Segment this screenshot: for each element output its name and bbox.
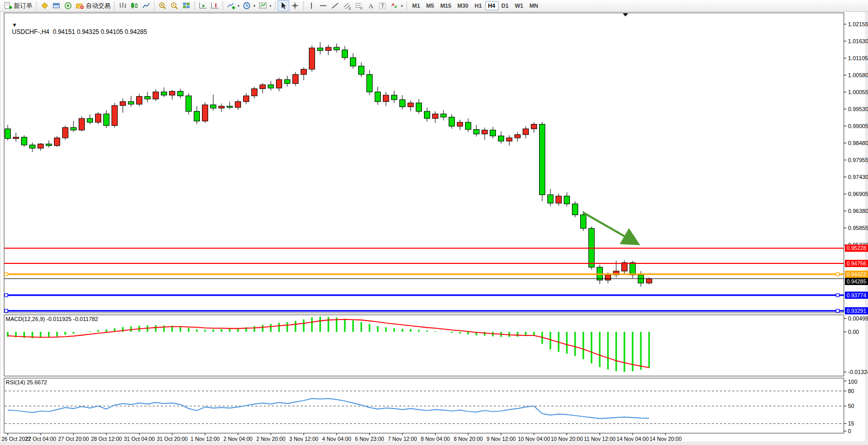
periods-button[interactable]: ▾ xyxy=(241,0,257,11)
chart-shift-icon xyxy=(210,2,219,10)
fibonacci-icon: F xyxy=(355,2,363,10)
svg-text:80: 80 xyxy=(848,388,854,394)
hline-handle[interactable] xyxy=(836,273,839,276)
text-label-icon: T xyxy=(378,2,387,10)
trendline-button[interactable] xyxy=(329,0,341,11)
toolbar-separator xyxy=(275,1,275,10)
hline-handle[interactable] xyxy=(5,294,8,297)
timeframe-h4-button[interactable]: H4 xyxy=(485,1,498,10)
svg-text:0.94423: 0.94423 xyxy=(847,271,866,277)
svg-text:0.94756: 0.94756 xyxy=(847,260,866,266)
strategy-tester-button[interactable] xyxy=(62,0,74,11)
svg-text:2 Nov 04:00: 2 Nov 04:00 xyxy=(224,436,253,442)
svg-text:27 Oct 04:00: 27 Oct 04:00 xyxy=(25,436,56,442)
equidistant-channel-icon: E xyxy=(343,2,352,10)
svg-text:0.96905: 0.96905 xyxy=(848,191,868,197)
chart-dropdown-arrow-icon[interactable]: ▼ xyxy=(12,22,17,28)
new-order-button[interactable]: 新订单 xyxy=(2,0,34,11)
svg-text:A: A xyxy=(368,2,374,10)
hline-handle[interactable] xyxy=(836,294,839,297)
vertical-line-icon xyxy=(307,2,316,10)
metaeditor-button[interactable] xyxy=(39,0,50,11)
timeframe-m15-button[interactable]: M15 xyxy=(437,1,454,10)
crosshair-button[interactable] xyxy=(289,0,301,11)
svg-text:T: T xyxy=(381,3,384,9)
horizontal-line-icon xyxy=(319,2,328,10)
svg-text:9 Nov 12:00: 9 Nov 12:00 xyxy=(487,436,516,442)
toolbar-separator xyxy=(154,1,155,10)
zoom-out-icon xyxy=(170,2,179,10)
arrows-button[interactable]: ▾ xyxy=(389,0,404,11)
zoom-in-icon xyxy=(158,2,167,10)
svg-text:0.95228: 0.95228 xyxy=(847,245,866,251)
svg-text:31 Oct 20:00: 31 Oct 20:00 xyxy=(157,436,188,442)
timeframe-d1-button[interactable]: D1 xyxy=(498,1,512,10)
indicators-dropdown-icon[interactable]: ▾ xyxy=(237,4,239,8)
svg-text:0.97430: 0.97430 xyxy=(848,174,868,180)
svg-text:10 Nov 20:00: 10 Nov 20:00 xyxy=(551,436,583,442)
templates-dropdown-icon[interactable]: ▾ xyxy=(269,4,271,8)
svg-text:0.93774: 0.93774 xyxy=(847,292,866,298)
svg-text:10 Nov 04:00: 10 Nov 04:00 xyxy=(518,436,550,442)
auto-scroll-icon xyxy=(198,2,207,10)
svg-text:0.97955: 0.97955 xyxy=(848,157,868,163)
timeframe-w1-button[interactable]: W1 xyxy=(512,1,527,10)
indicators-button[interactable]: ▾ xyxy=(225,0,241,11)
svg-text:1.01105: 1.01105 xyxy=(848,55,868,61)
zoom-in-button[interactable] xyxy=(157,0,169,11)
vertical-line-button[interactable] xyxy=(306,0,318,11)
svg-text:11 Nov 12:00: 11 Nov 12:00 xyxy=(584,436,616,442)
new-order-icon xyxy=(4,2,12,10)
auto-scroll-button[interactable] xyxy=(197,0,209,11)
equidistant-channel-button[interactable]: E xyxy=(341,0,353,11)
arrows-dropdown-icon[interactable]: ▾ xyxy=(401,4,403,8)
svg-text:14 Nov 20:00: 14 Nov 20:00 xyxy=(650,436,682,442)
fibonacci-button[interactable]: F xyxy=(353,0,365,11)
timeframe-m1-button[interactable]: M1 xyxy=(409,1,423,10)
timeframe-h1-button[interactable]: H1 xyxy=(471,1,485,10)
svg-text:28 Oct 12:00: 28 Oct 12:00 xyxy=(91,436,122,442)
cursor-icon xyxy=(279,2,288,10)
svg-text:100: 100 xyxy=(848,379,857,385)
chart-area[interactable]: 1.021551.016301.011051.005801.000550.995… xyxy=(0,0,868,445)
line-chart-mode-button[interactable] xyxy=(140,0,152,11)
bar-chart-mode-button[interactable] xyxy=(117,0,128,11)
candlestick-mode-button[interactable] xyxy=(128,0,140,11)
autotrading-button[interactable]: 自动交易 xyxy=(74,0,112,11)
tile-windows-icon xyxy=(182,2,191,10)
svg-text:0: 0 xyxy=(848,428,851,434)
toolbar-separator xyxy=(303,1,304,10)
tile-windows-button[interactable] xyxy=(180,0,192,11)
svg-text:1.00055: 1.00055 xyxy=(848,89,868,95)
timeframe-m30-button[interactable]: M30 xyxy=(454,1,471,10)
toolbar: 新订单自动交易▾▾▾EFAT▾M1M5M15M30H1H4D1W1MN xyxy=(0,0,868,12)
hline-handle[interactable] xyxy=(836,309,839,312)
timeframe-m5-button[interactable]: M5 xyxy=(423,1,437,10)
zoom-out-button[interactable] xyxy=(169,0,180,11)
text-button[interactable]: A xyxy=(365,0,377,11)
horizontal-line-button[interactable] xyxy=(318,0,329,11)
indicators-icon xyxy=(227,2,235,10)
svg-text:0.95855: 0.95855 xyxy=(848,225,868,231)
chart-header-text: USDCHF-,H4 0.94151 0.94325 0.94105 0.942… xyxy=(12,28,147,35)
trendline-icon xyxy=(331,2,340,10)
svg-text:F: F xyxy=(361,7,363,10)
svg-text:0.99005: 0.99005 xyxy=(848,123,868,129)
mt4-application: 新订单自动交易▾▾▾EFAT▾M1M5M15M30H1H4D1W1MN 1 1.… xyxy=(0,0,868,445)
svg-text:8 Nov 20:00: 8 Nov 20:00 xyxy=(454,436,483,442)
text-label-button[interactable]: T xyxy=(377,0,389,11)
cursor-button[interactable] xyxy=(278,0,289,11)
svg-text:4 Nov 04:00: 4 Nov 04:00 xyxy=(322,436,352,442)
svg-text:0.98480: 0.98480 xyxy=(848,140,868,146)
hline-handle[interactable] xyxy=(5,273,8,276)
svg-text:2 Nov 20:00: 2 Nov 20:00 xyxy=(256,436,286,442)
periods-dropdown-icon[interactable]: ▾ xyxy=(253,4,255,8)
line-chart-mode-icon xyxy=(142,2,151,10)
chart-shift-button[interactable] xyxy=(209,0,220,11)
timeframe-mn-button[interactable]: MN xyxy=(526,1,541,10)
terminal-button[interactable] xyxy=(50,0,62,11)
arrows-icon xyxy=(390,2,399,10)
svg-text:6 Nov 23:00: 6 Nov 23:00 xyxy=(355,436,384,442)
templates-button[interactable]: ▾ xyxy=(257,0,273,11)
hline-handle[interactable] xyxy=(5,309,8,312)
